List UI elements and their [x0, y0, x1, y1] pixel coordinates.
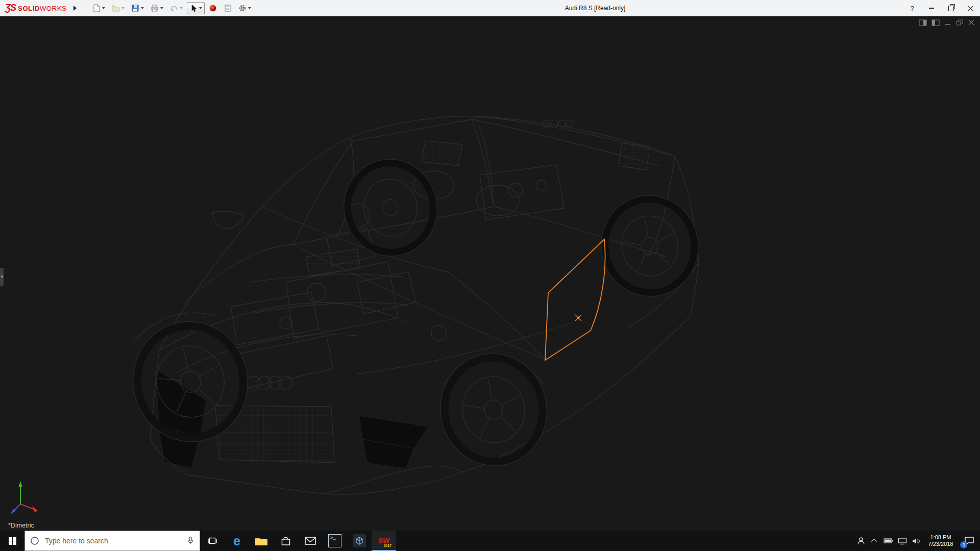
chevron-down-icon[interactable]: [248, 7, 251, 9]
solidworks-year: 2017: [383, 544, 391, 547]
system-tray: 1:08 PM 7/23/2018 3: [854, 531, 980, 551]
file-explorer-icon: [255, 535, 268, 546]
save-icon: [131, 4, 139, 12]
rear-left-wheel: [334, 149, 448, 266]
battery-button[interactable]: [881, 531, 895, 551]
taskbar-app-mail[interactable]: [298, 531, 323, 551]
window-title: Audi R8 S [Read-only]: [565, 5, 626, 12]
print-icon: [151, 4, 159, 12]
taskbar-app-store[interactable]: [274, 531, 298, 551]
pane-left-icon[interactable]: [919, 19, 927, 26]
appearances-button[interactable]: [206, 2, 219, 14]
feature-panel-flyout-tab[interactable]: [0, 268, 4, 286]
network-icon: [898, 537, 907, 545]
solidworks-logo-mark: ƷS: [5, 3, 16, 13]
new-document-button[interactable]: [90, 2, 108, 14]
search-input[interactable]: [44, 536, 182, 545]
battery-icon: [884, 537, 894, 544]
window-caption-controls: ?: [902, 0, 980, 16]
start-button[interactable]: [0, 531, 24, 551]
appearance-sphere-icon: [209, 4, 217, 12]
select-tool-button[interactable]: [187, 2, 205, 14]
quick-access-toolbar: [90, 2, 254, 14]
chevron-up-icon: [871, 539, 876, 544]
front-right-wheel: [431, 345, 555, 474]
rear-right-wheel: [593, 188, 706, 304]
windows-taskbar: e >_ SW 2017 1:: [0, 531, 980, 551]
solidworks-2017-icon: SW 2017: [376, 534, 391, 548]
taskbar-clock[interactable]: 1:08 PM 7/23/2018: [923, 534, 959, 548]
notification-badge: 3: [960, 541, 967, 548]
open-button[interactable]: [109, 2, 127, 14]
selected-sketch-outline[interactable]: [545, 239, 605, 360]
gear-icon: [238, 4, 247, 12]
people-icon: [856, 536, 866, 545]
network-button[interactable]: [895, 531, 909, 551]
hidden-icons-button[interactable]: [868, 531, 881, 551]
pane-right-icon[interactable]: [932, 19, 940, 26]
taskbar-app-file-explorer[interactable]: [249, 531, 274, 551]
restore-icon: [948, 6, 954, 11]
clock-time: 1:08 PM: [924, 534, 957, 541]
chevron-down-icon[interactable]: [180, 7, 183, 9]
toolbar-expand-arrow-icon[interactable]: [74, 6, 77, 11]
taskbar-app-command-prompt[interactable]: >_: [323, 531, 347, 551]
undo-icon: [170, 4, 178, 12]
minimize-icon: [929, 8, 934, 8]
graphics-viewport[interactable]: *Dimetric: [0, 17, 980, 531]
taskbar-app-edrawings[interactable]: [347, 531, 372, 551]
chevron-down-icon[interactable]: [199, 7, 202, 9]
open-folder-icon: [112, 4, 120, 12]
cube-app-icon: [353, 534, 366, 547]
doc-minimize-icon[interactable]: [944, 19, 951, 26]
new-document-icon: [92, 4, 101, 12]
chevron-down-icon[interactable]: [141, 7, 144, 9]
restore-button[interactable]: [941, 0, 961, 16]
clock-date: 7/23/2018: [924, 541, 957, 548]
command-prompt-icon: >_: [328, 534, 341, 547]
windows-logo-icon: [8, 537, 17, 545]
print-button[interactable]: [148, 2, 166, 14]
undo-button[interactable]: [167, 2, 185, 14]
orientation-triad: [0, 464, 51, 520]
title-bar: ƷS SOLID WORKS: [0, 0, 980, 16]
taskbar-app-edge[interactable]: e: [225, 531, 249, 551]
microphone-icon[interactable]: [186, 536, 194, 545]
speaker-icon: [912, 537, 921, 545]
solidworks-logo-light: WORKS: [40, 5, 67, 12]
chevron-down-icon[interactable]: [160, 7, 163, 9]
minimize-button[interactable]: [922, 0, 941, 16]
task-view-button[interactable]: [200, 531, 225, 551]
select-cursor-icon: [189, 4, 198, 12]
people-button[interactable]: [854, 531, 868, 551]
action-center-button[interactable]: 3: [959, 531, 980, 551]
document-window-controls: [919, 19, 975, 26]
mail-icon: [304, 536, 316, 546]
properties-button[interactable]: [221, 2, 234, 14]
doc-close-icon[interactable]: [968, 19, 975, 26]
chevron-down-icon[interactable]: [102, 7, 105, 9]
chevron-down-icon[interactable]: [121, 7, 125, 9]
task-view-icon: [208, 537, 217, 545]
doc-restore-icon[interactable]: [956, 19, 963, 26]
options-button[interactable]: [236, 2, 254, 14]
edge-icon: e: [233, 535, 240, 547]
property-sheet-icon: [224, 4, 232, 12]
taskbar-search[interactable]: [24, 531, 200, 551]
help-button[interactable]: ?: [902, 0, 922, 16]
volume-button[interactable]: [909, 531, 923, 551]
taskbar-app-solidworks[interactable]: SW 2017: [372, 531, 396, 551]
cortana-icon: [30, 536, 39, 545]
console-glyph: >_: [330, 536, 336, 541]
close-icon: [967, 5, 974, 12]
solidworks-logo: ƷS SOLID WORKS: [5, 3, 66, 13]
view-orientation-label: *Dimetric: [8, 522, 34, 529]
save-button[interactable]: [129, 2, 146, 14]
close-button[interactable]: [961, 0, 980, 16]
solidworks-logo-bold: SOLID: [18, 5, 40, 12]
store-icon: [280, 535, 291, 546]
car-wireframe: [0, 17, 980, 531]
